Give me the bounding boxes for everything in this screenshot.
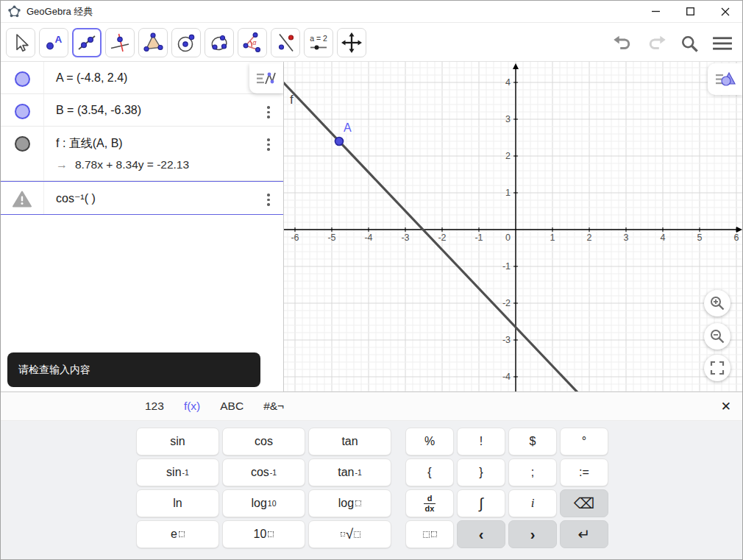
algebra-row-2[interactable]: f : 直线(A, B)→8.78x + 8.34y = -22.13 [1, 127, 283, 181]
key-e-power[interactable]: e [136, 520, 219, 548]
point-tool-button[interactable]: A [39, 28, 68, 57]
line-tool-button[interactable] [72, 28, 102, 57]
x-tick-label: -3 [401, 233, 409, 243]
key-brace-close[interactable]: } [457, 458, 505, 486]
row-options-icon[interactable] [267, 106, 270, 126]
key-ln[interactable]: ln [136, 489, 219, 517]
slider-tool-button[interactable]: a = 2 [304, 28, 333, 57]
key-arctan[interactable]: tan-1 [308, 458, 391, 486]
key-backspace[interactable]: ⌫ [560, 489, 608, 517]
key-semicolon[interactable]: ; [508, 458, 557, 486]
undo-icon[interactable] [612, 35, 633, 52]
reflect-tool-button[interactable] [271, 28, 300, 57]
redo-icon[interactable] [646, 35, 667, 52]
key-percent[interactable]: % [405, 428, 454, 456]
polygon-tool-button[interactable] [138, 28, 168, 57]
row-options-icon[interactable] [267, 194, 270, 214]
key-arcsin[interactable]: sin-1 [136, 458, 219, 486]
algebra-row-3[interactable]: cos⁻¹( ) [1, 181, 283, 215]
circle-tool-button[interactable] [171, 28, 201, 57]
move-tool-button[interactable] [6, 28, 35, 57]
minimize-button[interactable] [639, 1, 673, 22]
keyboard-tab-fx[interactable]: f(x) [184, 400, 200, 413]
zoom-out-button[interactable] [704, 323, 730, 350]
x-tick-label: -6 [291, 233, 299, 243]
algebra-row-text: B = (3.54, -6.38) [56, 104, 254, 117]
algebra-row-text: A = (-4.8, 2.4) [56, 71, 254, 85]
key-cos[interactable]: cos [222, 428, 305, 456]
key-log-base[interactable]: log [308, 489, 391, 517]
zoom-in-button[interactable] [704, 290, 730, 316]
line-f-label: f [290, 93, 294, 107]
fullscreen-button[interactable] [704, 355, 730, 381]
keyboard-tab-bar: 123f(x)ABC#&¬ ✕ [1, 392, 742, 421]
key-arccos[interactable]: cos-1 [222, 458, 305, 486]
key-nroot[interactable]: √ [308, 520, 391, 548]
y-tick-label: -2 [502, 298, 511, 308]
key-factorial[interactable]: ! [457, 428, 505, 456]
visibility-marble[interactable] [15, 104, 30, 119]
key-assign[interactable]: := [560, 458, 608, 486]
graphics-style-button[interactable] [708, 63, 742, 95]
key-integral[interactable]: ∫ [457, 489, 505, 517]
key-log10[interactable]: log10 [222, 489, 305, 517]
perpendicular-tool-button[interactable] [105, 28, 135, 57]
plot-canvas[interactable]: -6-5-4-3-2-101234564321-1-2-3-4fA [284, 62, 742, 391]
y-tick-label: 4 [505, 77, 511, 88]
algebra-row-0[interactable]: A = (-4.8, 2.4) [1, 62, 283, 94]
close-button[interactable] [708, 1, 742, 22]
key-cursor-left[interactable]: ‹ [457, 520, 505, 548]
line-tool-icon [76, 32, 98, 54]
search-icon[interactable] [680, 34, 700, 54]
algebra-view: A = (-4.8, 2.4)B = (3.54, -6.38)f : 直线(A… [1, 62, 284, 391]
move-tool-icon [10, 32, 32, 54]
key-sin[interactable]: sin [136, 428, 219, 456]
keyboard-tab-123[interactable]: 123 [145, 400, 164, 413]
polygon-tool-icon [142, 32, 164, 54]
svg-text:a = 2: a = 2 [310, 34, 327, 43]
y-tick-label: -3 [502, 335, 511, 345]
x-tick-label: -5 [327, 233, 335, 243]
y-tick-label: -1 [502, 261, 511, 272]
menu-icon[interactable] [712, 35, 733, 52]
visibility-marble[interactable] [15, 71, 30, 87]
main-area: A = (-4.8, 2.4)B = (3.54, -6.38)f : 直线(A… [1, 61, 742, 391]
keyboard-keys: sincostan%!$°sin-1cos-1tan-1{};:=lnlog10… [1, 421, 742, 551]
algebra-style-button[interactable] [249, 63, 283, 93]
angle-tool-button[interactable]: α [238, 28, 267, 57]
key-derivative[interactable]: ddx [405, 489, 454, 517]
geogebra-window: GeoGebra 经典 Aαa = 2 [0, 0, 743, 560]
keyboard-tab-special[interactable]: #&¬ [263, 400, 284, 413]
key-brace-open[interactable]: { [405, 458, 454, 486]
title-bar: GeoGebra 经典 [1, 1, 742, 23]
row-options-icon[interactable] [267, 138, 270, 180]
point-a[interactable] [335, 138, 344, 146]
key-ten-power[interactable]: 10 [222, 520, 305, 548]
algebra-row-1[interactable]: B = (3.54, -6.38) [1, 94, 283, 127]
y-tick-label: 3 [505, 114, 511, 124]
key-degree[interactable]: ° [560, 428, 608, 456]
point-a-label: A [344, 121, 352, 134]
visibility-marble[interactable] [15, 136, 30, 152]
x-tick-label: 5 [697, 233, 703, 243]
graphics-view[interactable]: -6-5-4-3-2-101234564321-1-2-3-4fA [284, 62, 742, 391]
key-dollar[interactable]: $ [508, 428, 557, 456]
move-view-tool-button[interactable] [337, 28, 366, 57]
window-title: GeoGebra 经典 [26, 5, 93, 18]
y-tick-label: 1 [505, 188, 511, 198]
key-imaginary[interactable]: i [508, 489, 557, 517]
maximize-button[interactable] [673, 1, 708, 22]
keyboard-tab-abc[interactable]: ABC [220, 400, 243, 413]
y-tick-label: 2 [505, 151, 511, 161]
x-tick-label: 6 [734, 233, 739, 243]
conic-tool-button[interactable] [205, 28, 234, 57]
key-cursor-right[interactable]: › [508, 520, 557, 548]
toolbar: Aαa = 2 [1, 23, 742, 61]
key-subscript-template[interactable] [405, 520, 454, 548]
geogebra-logo-icon [8, 5, 21, 18]
output-arrow-icon: → [56, 158, 68, 171]
key-tan[interactable]: tan [308, 428, 391, 456]
x-tick-label: 0 [505, 233, 511, 243]
keyboard-close-icon[interactable]: ✕ [721, 392, 731, 421]
key-enter[interactable]: ↵ [560, 520, 608, 548]
